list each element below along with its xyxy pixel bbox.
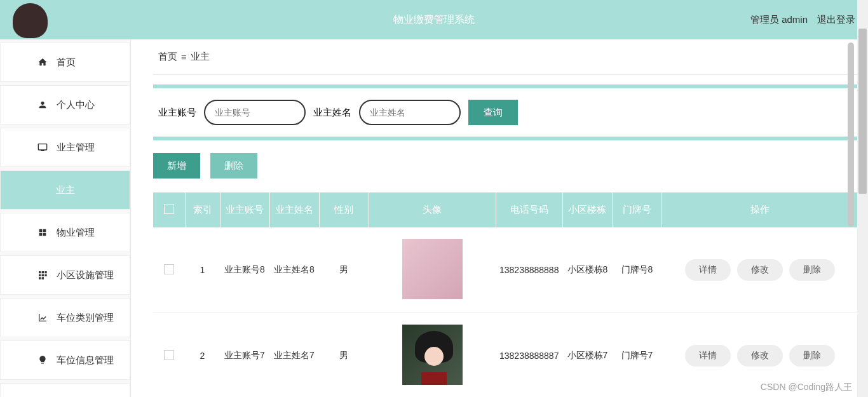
cell-phone: 138238888888 [496, 227, 562, 313]
search-label-name: 业主姓名 [313, 107, 351, 119]
sidebar-item-label: 首页 [57, 57, 76, 69]
app-title: 物业缴费管理系统 [393, 13, 475, 27]
breadcrumb-current: 业主 [191, 51, 210, 63]
page-scrollbar[interactable] [857, 0, 868, 397]
sidebar-item-label: 车位类别管理 [57, 312, 114, 324]
cell-index: 1 [185, 227, 220, 313]
row-delete-button[interactable]: 删除 [789, 259, 835, 281]
sidebar-item-facility[interactable]: 小区设施管理 [0, 255, 130, 295]
home-icon [37, 57, 48, 67]
th-name: 业主姓名 [269, 192, 319, 227]
grid-icon [37, 227, 48, 238]
sidebar-item-label: 车位信息管理 [57, 354, 114, 367]
search-input-name[interactable] [359, 100, 461, 125]
delete-button[interactable]: 删除 [210, 153, 257, 178]
sidebar-item-label: 个人中心 [57, 99, 95, 111]
edit-button[interactable]: 修改 [737, 345, 783, 367]
breadcrumb-home[interactable]: 首页 [158, 51, 177, 63]
sidebar-item-parking-type[interactable]: 车位类别管理 [0, 298, 130, 337]
grid2-icon [37, 270, 48, 280]
sidebar-item-parking-info[interactable]: 车位信息管理 [0, 340, 130, 380]
th-avatar: 头像 [369, 192, 496, 227]
sidebar-item-parking-rent[interactable]: 车位租赁管理 [0, 383, 130, 397]
sidebar-item-label: 业主管理 [57, 142, 95, 154]
monitor-icon [37, 142, 48, 152]
list-small-icon: ≡ [181, 51, 187, 62]
user-label[interactable]: 管理员 admin [750, 14, 808, 26]
th-account: 业主账号 [220, 192, 269, 227]
chart-icon [37, 313, 48, 323]
avatar-image [402, 325, 463, 385]
cell-gender: 男 [319, 313, 369, 398]
sidebar-item-owner[interactable]: 业主 [0, 170, 130, 210]
cell-gender: 男 [319, 227, 369, 313]
topbar: 物业缴费管理系统 管理员 admin 退出登录 [0, 0, 868, 39]
detail-button[interactable]: 详情 [685, 345, 731, 367]
sidebar-item-property[interactable]: 物业管理 [0, 213, 130, 252]
action-row: 新增 删除 [153, 144, 858, 192]
cell-name: 业主姓名7 [269, 313, 319, 398]
sidebar-item-label: 物业管理 [57, 227, 95, 239]
cell-building: 小区楼栋8 [562, 227, 612, 313]
th-gender: 性别 [319, 192, 369, 227]
avatar-image [402, 239, 463, 299]
th-phone: 电话号码 [496, 192, 562, 227]
row-checkbox[interactable] [164, 350, 174, 360]
sidebar-item-home[interactable]: 首页 [0, 43, 130, 82]
edit-button[interactable]: 修改 [737, 259, 783, 281]
cell-index: 2 [185, 313, 220, 398]
add-button[interactable]: 新增 [153, 153, 200, 178]
sidebar: 首页 个人中心 业主管理 业主 物业管理 小区设施管理 车位类别管理 车位信息管… [0, 39, 131, 397]
main-scrollbar[interactable] [846, 39, 855, 397]
sidebar-item-label: 业主 [56, 184, 75, 196]
cell-door: 门牌号8 [612, 227, 661, 313]
search-label-account: 业主账号 [158, 107, 196, 119]
sidebar-item-owner-mgmt[interactable]: 业主管理 [0, 128, 130, 167]
search-button[interactable]: 查询 [468, 100, 518, 125]
row-delete-button[interactable]: 删除 [789, 345, 835, 367]
table-row: 1 业主账号8 业主姓名8 男 138238888888 小区楼栋8 门牌号8 … [153, 227, 858, 313]
th-building: 小区楼栋 [562, 192, 612, 227]
cell-building: 小区楼栋7 [562, 313, 612, 398]
cell-account: 业主账号7 [220, 313, 269, 398]
cell-phone: 138238888887 [496, 313, 562, 398]
th-door: 门牌号 [612, 192, 661, 227]
logout-link[interactable]: 退出登录 [817, 14, 855, 26]
search-bar: 业主账号 业主姓名 查询 [153, 84, 858, 140]
th-ops: 操作 [661, 192, 858, 227]
detail-button[interactable]: 详情 [685, 259, 731, 281]
data-table: 索引 业主账号 业主姓名 性别 头像 电话号码 小区楼栋 门牌号 操作 1 业主… [153, 192, 858, 397]
bulb-icon [37, 355, 48, 365]
th-index: 索引 [185, 192, 220, 227]
cell-account: 业主账号8 [220, 227, 269, 313]
row-checkbox[interactable] [164, 264, 174, 274]
main-content: 首页 ≡ 业主 业主账号 业主姓名 查询 新增 删除 索引 业主账号 [131, 39, 868, 397]
table-header-row: 索引 业主账号 业主姓名 性别 头像 电话号码 小区楼栋 门牌号 操作 [153, 192, 858, 227]
table-row: 2 业主账号7 业主姓名7 男 138238888887 小区楼栋7 门牌号7 … [153, 313, 858, 398]
sidebar-item-label: 小区设施管理 [57, 269, 114, 281]
search-input-account[interactable] [204, 100, 306, 125]
person-icon [37, 100, 48, 110]
sidebar-item-profile[interactable]: 个人中心 [0, 85, 130, 124]
cell-door: 门牌号7 [612, 313, 661, 398]
breadcrumb: 首页 ≡ 业主 [153, 39, 858, 75]
select-all-checkbox[interactable] [164, 204, 174, 214]
cell-name: 业主姓名8 [269, 227, 319, 313]
watermark: CSDN @Coding路人王 [761, 382, 852, 393]
